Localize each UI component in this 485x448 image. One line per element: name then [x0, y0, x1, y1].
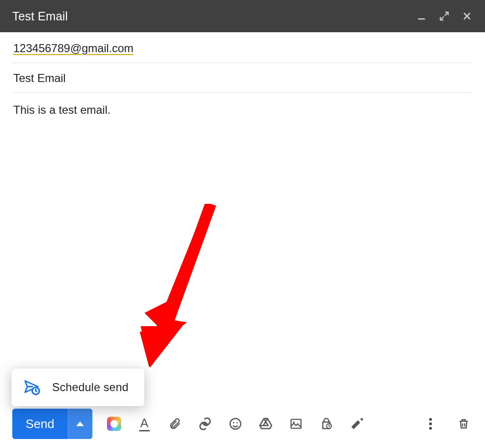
svg-marker-6: [76, 421, 84, 426]
compose-fields: 123456789@gmail.com Test Email: [0, 32, 485, 93]
caret-up-icon: [76, 421, 84, 426]
svg-rect-0: [418, 18, 425, 20]
insert-drive-file-icon[interactable]: [257, 415, 274, 432]
insert-signature-icon[interactable]: [348, 415, 365, 432]
insert-emoji-icon[interactable]: [227, 415, 244, 432]
window-controls: [416, 10, 473, 22]
svg-point-8: [233, 422, 234, 423]
message-body[interactable]: This is a test email.: [0, 93, 485, 358]
expand-icon[interactable]: [439, 10, 450, 22]
subject-value: Test Email: [13, 72, 66, 85]
compose-window: Test Email 123456789@gmail.com Te: [0, 0, 485, 448]
recipients-field[interactable]: 123456789@gmail.com: [13, 32, 472, 63]
body-text: This is a test email.: [13, 103, 110, 116]
schedule-send-menu-item[interactable]: Schedule send: [11, 368, 144, 406]
send-button[interactable]: Send: [12, 409, 68, 439]
schedule-send-label: Schedule send: [52, 381, 128, 394]
minimize-icon[interactable]: [416, 10, 427, 22]
formatting-options-icon[interactable]: A: [136, 415, 153, 432]
schedule-send-icon: [24, 379, 41, 396]
compose-footer: Send A: [0, 407, 485, 440]
svg-point-15: [429, 422, 432, 425]
compose-header: Test Email: [0, 0, 485, 32]
confidential-mode-icon[interactable]: [318, 415, 335, 432]
svg-point-11: [293, 421, 295, 423]
insert-link-icon[interactable]: [197, 415, 214, 432]
footer-right-controls: [422, 416, 472, 432]
svg-point-14: [429, 418, 432, 421]
svg-point-9: [236, 422, 238, 423]
send-button-group: Send: [12, 409, 92, 439]
close-icon[interactable]: [461, 10, 473, 22]
discard-draft-icon[interactable]: [456, 416, 472, 432]
compose-title: Test Email: [12, 9, 68, 23]
more-options-icon[interactable]: [422, 416, 439, 432]
style-suggestions-icon[interactable]: [106, 415, 123, 432]
formatting-toolbar: A: [106, 415, 365, 432]
subject-field[interactable]: Test Email: [13, 63, 472, 93]
svg-point-16: [429, 427, 432, 430]
svg-point-7: [230, 419, 241, 430]
attach-file-icon[interactable]: [166, 415, 183, 432]
more-send-options-button[interactable]: [68, 409, 92, 439]
insert-photo-icon[interactable]: [287, 415, 305, 432]
recipient-chip[interactable]: 123456789@gmail.com: [13, 42, 134, 55]
